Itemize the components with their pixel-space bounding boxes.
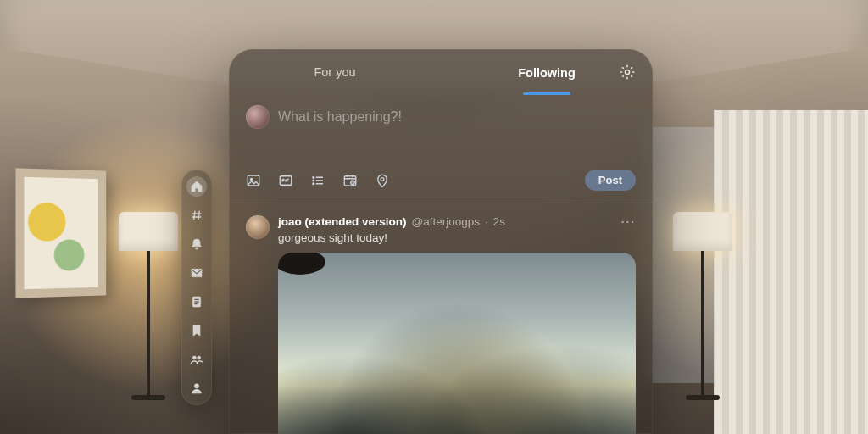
nav-profile[interactable]: [190, 381, 203, 395]
svg-point-6: [251, 178, 253, 180]
svg-rect-5: [248, 175, 259, 186]
feed: joao (extended version) @afterjoogps · 2…: [229, 203, 653, 434]
nav-sidebar: [181, 170, 212, 405]
wall-art: [15, 168, 106, 298]
timeline-tabs: For you Following: [229, 49, 653, 95]
post[interactable]: joao (extended version) @afterjoogps · 2…: [246, 215, 636, 434]
svg-point-8: [313, 176, 314, 178]
floor-lamp-right: [673, 212, 732, 400]
poll-icon[interactable]: [310, 173, 326, 188]
post-display-name[interactable]: joao (extended version): [278, 215, 407, 228]
svg-point-4: [626, 70, 630, 75]
composer-input[interactable]: What is happening?!: [278, 109, 402, 125]
settings-icon[interactable]: [619, 64, 636, 81]
post-avatar[interactable]: [246, 215, 270, 239]
post-text: gorgeous sight today!: [278, 231, 636, 244]
post-handle[interactable]: @afterjoogps: [412, 215, 481, 228]
gif-icon[interactable]: [278, 173, 293, 188]
svg-point-9: [313, 180, 314, 181]
nav-communities[interactable]: [190, 353, 203, 366]
app-window: For you Following What is happening?! Po…: [229, 49, 653, 434]
location-icon[interactable]: [375, 173, 390, 188]
dot-separator: ·: [485, 215, 488, 228]
nav-lists[interactable]: [190, 295, 203, 309]
nav-home[interactable]: [186, 176, 207, 197]
post-button[interactable]: Post: [585, 170, 636, 191]
tab-for-you[interactable]: For you: [229, 49, 441, 95]
composer-avatar[interactable]: [246, 105, 270, 129]
svg-point-13: [381, 177, 384, 181]
svg-point-1: [192, 356, 196, 359]
nav-messages[interactable]: [190, 266, 203, 280]
image-icon[interactable]: [246, 173, 261, 188]
composer-tools: [246, 173, 390, 188]
floor-lamp-left: [119, 212, 178, 400]
nav-bookmarks[interactable]: [190, 324, 203, 337]
svg-point-2: [198, 356, 201, 359]
nav-explore[interactable]: [190, 209, 203, 222]
composer: What is happening?! Post: [229, 95, 653, 203]
curtain: [714, 110, 868, 434]
post-more-icon[interactable]: ···: [621, 215, 636, 228]
nav-notifications[interactable]: [190, 237, 203, 251]
schedule-icon[interactable]: [342, 173, 358, 188]
svg-point-3: [194, 384, 198, 388]
post-timestamp[interactable]: 2s: [493, 215, 505, 228]
post-header: joao (extended version) @afterjoogps · 2…: [278, 215, 636, 228]
svg-point-10: [313, 182, 314, 184]
post-image[interactable]: [278, 253, 636, 434]
